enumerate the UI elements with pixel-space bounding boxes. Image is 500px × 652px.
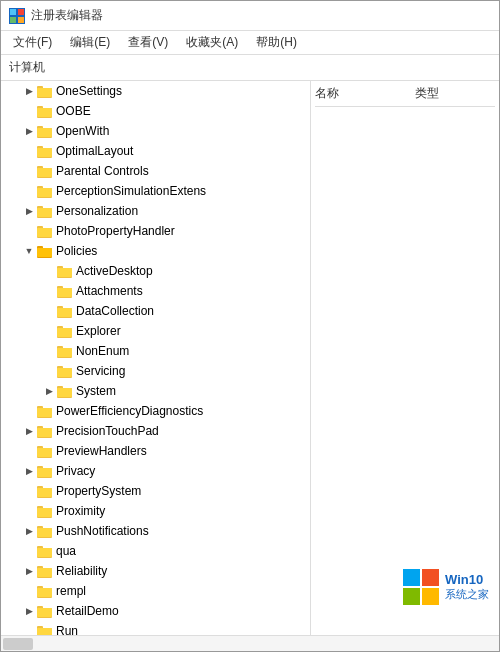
- expand-icon[interactable]: ▶: [21, 123, 37, 139]
- tree-item[interactable]: ActiveDesktop: [1, 261, 310, 281]
- menu-view[interactable]: 查看(V): [120, 32, 176, 53]
- expand-icon[interactable]: [41, 323, 57, 339]
- expand-icon[interactable]: [41, 363, 57, 379]
- tree-item[interactable]: Run: [1, 621, 310, 635]
- expand-icon[interactable]: [21, 403, 37, 419]
- tree-item[interactable]: rempl: [1, 581, 310, 601]
- expand-icon[interactable]: ▶: [21, 603, 37, 619]
- tree-item[interactable]: Attachments: [1, 281, 310, 301]
- tree-item-label: Personalization: [56, 204, 138, 218]
- tree-item[interactable]: PropertySystem: [1, 481, 310, 501]
- tree-item[interactable]: ▶ OneSettings: [1, 81, 310, 101]
- tree-item[interactable]: PowerEfficiencyDiagnostics: [1, 401, 310, 421]
- svg-rect-15: [37, 148, 52, 157]
- svg-rect-69: [37, 508, 52, 517]
- tree-item[interactable]: Servicing: [1, 361, 310, 381]
- tree-item[interactable]: Explorer: [1, 321, 310, 341]
- expand-icon[interactable]: [21, 483, 37, 499]
- main-content: ▶ OneSettings OOBE▶ OpenWith OptimalLayo…: [1, 81, 499, 635]
- tree-item[interactable]: ▶ PrecisionTouchPad: [1, 421, 310, 441]
- tree-item[interactable]: Parental Controls: [1, 161, 310, 181]
- menu-favorites[interactable]: 收藏夹(A): [178, 32, 246, 53]
- col-name-header: 名称: [315, 85, 415, 102]
- expand-icon[interactable]: [41, 283, 57, 299]
- svg-rect-33: [57, 268, 72, 277]
- folder-icon: [37, 244, 53, 258]
- menu-file[interactable]: 文件(F): [5, 32, 60, 53]
- tree-item-label: PerceptionSimulationExtens: [56, 184, 206, 198]
- svg-rect-0: [10, 9, 16, 15]
- tree-item[interactable]: ▶ Reliability: [1, 561, 310, 581]
- expand-icon[interactable]: ▶: [41, 383, 57, 399]
- tree-item[interactable]: ▶ OpenWith: [1, 121, 310, 141]
- expand-icon[interactable]: [41, 343, 57, 359]
- expand-icon[interactable]: [21, 183, 37, 199]
- expand-icon[interactable]: [21, 143, 37, 159]
- expand-icon[interactable]: [21, 503, 37, 519]
- svg-rect-6: [37, 88, 52, 97]
- menu-help[interactable]: 帮助(H): [248, 32, 305, 53]
- tree-item[interactable]: PerceptionSimulationExtens: [1, 181, 310, 201]
- expand-icon[interactable]: ▶: [21, 423, 37, 439]
- tree-item[interactable]: ▶ Privacy: [1, 461, 310, 481]
- expand-icon[interactable]: [21, 623, 37, 635]
- svg-rect-42: [57, 328, 72, 337]
- expand-icon[interactable]: ▶: [21, 463, 37, 479]
- expand-icon[interactable]: [21, 583, 37, 599]
- expand-icon[interactable]: [21, 543, 37, 559]
- menu-edit[interactable]: 编辑(E): [62, 32, 118, 53]
- tree-item-label: Privacy: [56, 464, 95, 478]
- tree-item[interactable]: Proximity: [1, 501, 310, 521]
- tree-item[interactable]: OptimalLayout: [1, 141, 310, 161]
- svg-rect-103: [403, 569, 420, 586]
- svg-rect-63: [37, 468, 52, 477]
- folder-icon: [37, 524, 53, 538]
- expand-icon[interactable]: ▼: [21, 243, 37, 259]
- scroll-thumb[interactable]: [3, 638, 33, 650]
- folder-icon: [57, 264, 73, 278]
- tree-item-label: PrecisionTouchPad: [56, 424, 159, 438]
- expand-icon[interactable]: [41, 263, 57, 279]
- svg-rect-30: [37, 248, 52, 257]
- expand-icon[interactable]: [21, 163, 37, 179]
- svg-rect-39: [57, 308, 72, 317]
- win10-logo-icon: [403, 569, 439, 605]
- svg-rect-48: [57, 368, 72, 377]
- folder-icon: [37, 224, 53, 238]
- tree-item[interactable]: DataCollection: [1, 301, 310, 321]
- folder-icon: [57, 304, 73, 318]
- folder-icon: [37, 424, 53, 438]
- expand-icon[interactable]: ▶: [21, 83, 37, 99]
- expand-icon[interactable]: ▶: [21, 563, 37, 579]
- tree-scroll[interactable]: ▶ OneSettings OOBE▶ OpenWith OptimalLayo…: [1, 81, 310, 635]
- folder-icon: [37, 604, 53, 618]
- svg-rect-75: [37, 548, 52, 557]
- expand-icon[interactable]: ▶: [21, 203, 37, 219]
- horizontal-scrollbar[interactable]: [1, 635, 499, 651]
- tree-item[interactable]: NonEnum: [1, 341, 310, 361]
- tree-item[interactable]: ▼ Policies: [1, 241, 310, 261]
- tree-item[interactable]: ▶ Personalization: [1, 201, 310, 221]
- tree-pane[interactable]: ▶ OneSettings OOBE▶ OpenWith OptimalLayo…: [1, 81, 311, 635]
- tree-item[interactable]: ▶ PushNotifications: [1, 521, 310, 541]
- tree-item[interactable]: ▶ RetailDemo: [1, 601, 310, 621]
- expand-icon[interactable]: [41, 303, 57, 319]
- expand-icon[interactable]: ▶: [21, 523, 37, 539]
- tree-item[interactable]: OOBE: [1, 101, 310, 121]
- tree-item[interactable]: PreviewHandlers: [1, 441, 310, 461]
- svg-rect-57: [37, 428, 52, 437]
- tree-item[interactable]: qua: [1, 541, 310, 561]
- folder-icon: [37, 564, 53, 578]
- expand-icon[interactable]: [21, 443, 37, 459]
- svg-rect-45: [57, 348, 72, 357]
- tree-item-label: Policies: [56, 244, 97, 258]
- folder-icon: [37, 484, 53, 498]
- tree-item[interactable]: PhotoPropertyHandler: [1, 221, 310, 241]
- tree-item[interactable]: ▶ System: [1, 381, 310, 401]
- expand-icon[interactable]: [21, 103, 37, 119]
- watermark-line2: 系统之家: [445, 587, 489, 602]
- watermark-line1: Win10: [445, 572, 489, 588]
- folder-icon: [57, 344, 73, 358]
- detail-header: 名称 类型: [315, 85, 495, 107]
- expand-icon[interactable]: [21, 223, 37, 239]
